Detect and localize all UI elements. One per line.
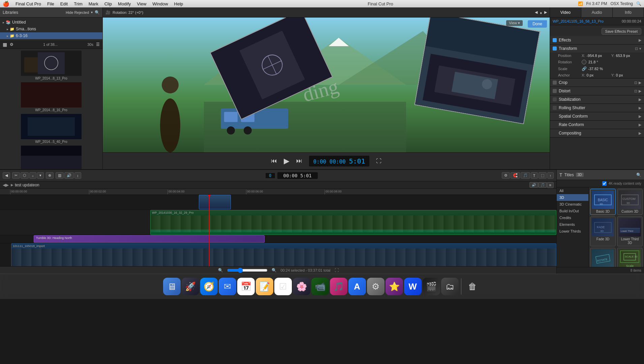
tl-transform-btn[interactable]: ⊕ bbox=[46, 172, 54, 179]
tl-title-btn[interactable]: T bbox=[531, 172, 538, 179]
menu-file[interactable]: File bbox=[47, 1, 54, 6]
clip-item-0[interactable]: WP_2014...8_13_Pro bbox=[1, 50, 101, 81]
titles-label[interactable]: Titles bbox=[564, 173, 574, 177]
hide-rejected-btn[interactable]: Hide Rejected bbox=[66, 10, 89, 14]
crop-btn[interactable]: ⊡ bbox=[634, 81, 637, 85]
expand-btn[interactable]: ⛶ bbox=[376, 158, 381, 164]
tl-gen-btn[interactable]: ⬚ bbox=[539, 172, 547, 179]
menu-trim[interactable]: Trim bbox=[74, 1, 83, 6]
tl-share-btn[interactable]: ↑ bbox=[547, 172, 554, 179]
transform-section-header[interactable]: Transform ⊡ ▾ bbox=[550, 44, 644, 53]
dock-safari[interactable]: 🧭 bbox=[200, 278, 218, 295]
dock-appstore[interactable]: A bbox=[348, 278, 366, 295]
tl-audio-view-btn[interactable]: 🔊 bbox=[64, 172, 74, 179]
tab-video[interactable]: Video bbox=[550, 7, 581, 17]
settings-btn[interactable]: ⚙ bbox=[10, 42, 13, 47]
distort-section-header[interactable]: Distort ⊡ ▶ bbox=[550, 87, 644, 95]
fit-btn[interactable]: ⛶ bbox=[335, 268, 339, 273]
dock-mail[interactable]: ✉ bbox=[219, 278, 236, 295]
eff-item-scale-3d[interactable]: SCALE 30 Scale Scale 3D bbox=[617, 248, 643, 267]
tl-expand-btn[interactable]: ↕ bbox=[74, 172, 81, 179]
menu-view[interactable]: View bbox=[137, 1, 146, 6]
skip-to-end-btn[interactable]: ⏭ bbox=[296, 157, 302, 164]
compositing-header[interactable]: Compositing ▶ bbox=[550, 129, 644, 137]
eff-cat-all[interactable]: All bbox=[557, 187, 588, 194]
rate-conform-header[interactable]: Rate Conform ▶ bbox=[550, 121, 644, 129]
tab-audio[interactable]: Audio bbox=[581, 7, 613, 17]
dock-facetime[interactable]: 📹 bbox=[311, 278, 329, 295]
menu-modify[interactable]: Modify bbox=[118, 1, 131, 6]
viewer-nav-prev[interactable]: ◀ bbox=[535, 10, 538, 14]
effects-section-header[interactable]: Effects ▶ bbox=[550, 36, 644, 44]
dock-finder[interactable]: 🖥 bbox=[163, 278, 181, 295]
eff-item-custom-3d[interactable]: CUSTOM 3D Custom 3D bbox=[617, 189, 643, 215]
tl-back-btn[interactable]: ◀ bbox=[3, 172, 10, 179]
secondary-clip[interactable]: 101111_165018_import bbox=[11, 243, 556, 266]
zoom-slider[interactable] bbox=[227, 268, 268, 273]
tab-info[interactable]: Info bbox=[613, 7, 644, 17]
menu-clip[interactable]: Clip bbox=[104, 1, 112, 6]
tl-clip-view-btn[interactable]: ▥ bbox=[56, 172, 64, 179]
stabilization-section-header[interactable]: Stabilization ▶ bbox=[550, 95, 644, 103]
zoom-out-icon[interactable]: 🔍 bbox=[218, 268, 223, 273]
search-icon[interactable]: 🔍 bbox=[95, 10, 100, 15]
library-item-sma[interactable]: ▸ 📁 Sma...tions bbox=[0, 26, 102, 32]
distort-btn[interactable]: ⊡ bbox=[634, 89, 637, 93]
grid-view-btn[interactable]: ▦ bbox=[3, 42, 7, 47]
rotation-dial[interactable] bbox=[582, 60, 586, 64]
library-item-untitled[interactable]: ▸ 📚 Untitled bbox=[0, 19, 102, 26]
dock-word[interactable]: W bbox=[404, 278, 422, 295]
dock-calendar[interactable]: 📅 bbox=[237, 278, 255, 295]
save-effects-preset-btn[interactable]: Save Effects Preset bbox=[602, 28, 641, 35]
tl-roll-btn[interactable]: ⬦ bbox=[29, 172, 36, 179]
sequence-name[interactable]: test updateon bbox=[15, 183, 39, 187]
seq-prev-btn[interactable]: ◀ bbox=[3, 183, 6, 187]
tl-zoom-out-btn[interactable]: 🔊 bbox=[529, 182, 538, 188]
eff-cat-3d[interactable]: 3D bbox=[557, 194, 588, 201]
eff-item-rotate-3d[interactable]: ROTATE Rotate 3D bbox=[590, 248, 616, 267]
crop-section-header[interactable]: Crop ⊡ ▶ bbox=[550, 79, 644, 87]
dock-sysprefs[interactable]: ⚙ bbox=[367, 278, 385, 295]
eff-cat-elements[interactable]: Elements bbox=[557, 221, 588, 228]
eff-cat-lower-thirds[interactable]: Lower Thirds bbox=[557, 228, 588, 235]
dock-fcp[interactable]: 🎬 bbox=[423, 278, 440, 295]
library-item-6316[interactable]: ▸ 📁 6-3-16 bbox=[0, 32, 102, 39]
menu-final-cut-pro[interactable]: Final Cut Pro bbox=[16, 1, 41, 6]
menu-edit[interactable]: Edit bbox=[60, 1, 68, 6]
spatial-conform-header[interactable]: Spatial Conform ▶ bbox=[550, 112, 644, 120]
eff-item-fade-3d[interactable]: FADE 3D Fade 3D bbox=[590, 216, 616, 246]
tl-more-btn[interactable]: ▾ bbox=[37, 172, 44, 179]
apple-menu[interactable]: 🍎 bbox=[3, 1, 9, 7]
dock-photos[interactable]: 🌸 bbox=[293, 278, 310, 295]
play-btn[interactable]: ▶ bbox=[284, 157, 289, 165]
menu-window[interactable]: Window bbox=[152, 1, 168, 6]
dock-finder2[interactable]: 🗂 bbox=[441, 278, 459, 295]
effect-clip[interactable]: Tumble 3D: Heading North bbox=[34, 235, 265, 243]
view-button[interactable]: View ▾ bbox=[506, 20, 523, 26]
eff-cat-credits[interactable]: Credits bbox=[557, 214, 588, 221]
transform-reset-btn[interactable]: ⊡ bbox=[635, 47, 638, 51]
dock-starred[interactable]: ⭐ bbox=[386, 278, 403, 295]
dock-notes[interactable]: 📝 bbox=[256, 278, 273, 295]
eff-item-lower-third-3d[interactable]: Lower Third Lower Third 3D bbox=[617, 216, 643, 246]
thumb-clip[interactable] bbox=[199, 195, 231, 209]
dock-itunes[interactable]: 🎵 bbox=[330, 278, 347, 295]
filter-dropdown-icon[interactable]: ▾ bbox=[91, 10, 93, 14]
search-icon[interactable]: 🔍 bbox=[636, 1, 641, 6]
done-button[interactable]: Done bbox=[528, 20, 547, 28]
viewer-nav-next[interactable]: ▶ bbox=[544, 10, 547, 14]
dock-trash[interactable]: 🗑 bbox=[464, 278, 481, 295]
seq-next-btn[interactable]: ▶ bbox=[6, 183, 9, 187]
eff-cat-3d-cinematic[interactable]: 3D Cinematic bbox=[557, 201, 588, 208]
search-effects-icon[interactable]: 🔍 bbox=[636, 173, 641, 177]
tl-audio-btn[interactable]: 🎵 bbox=[521, 172, 530, 179]
dock-reminders[interactable]: ☑ bbox=[274, 278, 292, 295]
tl-ripple-btn[interactable]: ⬡ bbox=[21, 172, 29, 179]
tl-settings-btn[interactable]: ⚙ bbox=[502, 172, 510, 179]
viewer-nav-reset[interactable]: ⬧ bbox=[540, 10, 542, 15]
skip-to-start-btn[interactable]: ⏮ bbox=[271, 157, 277, 164]
eff-cat-buildinout[interactable]: Build In/Out bbox=[557, 208, 588, 214]
menu-mark[interactable]: Mark bbox=[89, 1, 98, 6]
main-clip[interactable]: WP_20141030_16_32_29_Pro bbox=[150, 210, 556, 235]
menu-help[interactable]: Help bbox=[174, 1, 183, 6]
